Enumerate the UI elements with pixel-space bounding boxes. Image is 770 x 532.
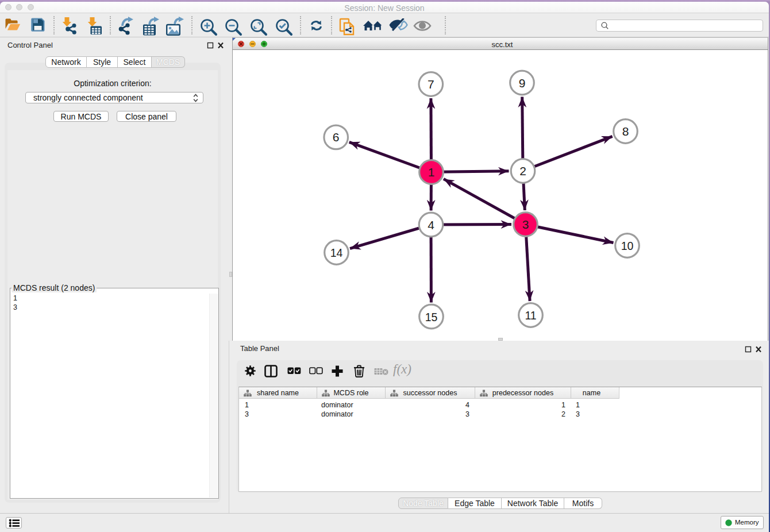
svg-text:8: 8 xyxy=(622,125,629,138)
svg-text:4: 4 xyxy=(428,218,434,232)
svg-text:10: 10 xyxy=(621,240,634,252)
svg-text:6: 6 xyxy=(333,130,340,144)
svg-text:11: 11 xyxy=(525,309,536,322)
svg-text:2: 2 xyxy=(519,164,526,178)
svg-text:9: 9 xyxy=(519,76,526,90)
svg-text:7: 7 xyxy=(428,78,434,91)
svg-text:14: 14 xyxy=(330,246,343,259)
svg-text:1: 1 xyxy=(428,165,435,179)
svg-text:15: 15 xyxy=(425,311,438,323)
svg-text:3: 3 xyxy=(522,218,529,231)
